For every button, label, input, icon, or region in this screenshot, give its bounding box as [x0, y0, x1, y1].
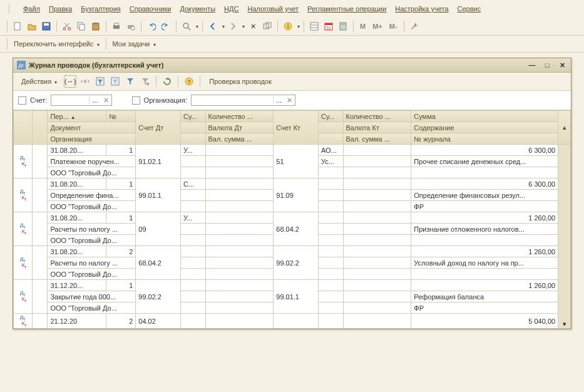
copy-icon[interactable]	[75, 20, 88, 33]
table-row[interactable]: Дт Кт 21.12.202 04.02 5 040,00	[14, 314, 571, 329]
account-input[interactable]	[51, 96, 89, 104]
org-label: Организация:	[144, 96, 187, 104]
org-clear[interactable]: ✕	[284, 96, 295, 105]
col-content[interactable]: Содержание	[411, 122, 558, 133]
col-qty-dt[interactable]: Количество ...	[205, 111, 274, 122]
menu-references[interactable]: Справочники	[126, 4, 175, 14]
account-picker[interactable]: ...	[89, 96, 100, 104]
table-row[interactable]: Дт Кт 31.08.20...2 68.04.2 99.02.2 1 260…	[14, 246, 571, 257]
col-sub-kt[interactable]: Су...	[318, 111, 343, 122]
entry-icon: Дт Кт	[14, 280, 33, 314]
cut-icon[interactable]	[61, 20, 73, 33]
menu-separator	[9, 4, 17, 14]
switch-interface[interactable]: Переключить интерфейс ▾	[11, 40, 102, 48]
table-row[interactable]: Дт Кт 31.08.20...1 99.01.1С... 91.09 6 3…	[14, 178, 571, 190]
col-sum[interactable]: Сумма	[411, 111, 558, 122]
maximize-button[interactable]: □	[542, 61, 552, 70]
menu-service[interactable]: Сервис	[454, 4, 485, 14]
menu-settings[interactable]: Настройка учета	[391, 4, 452, 14]
account-clear[interactable]: ✕	[101, 96, 111, 105]
menu-regops[interactable]: Регламентные операции	[304, 4, 390, 14]
svg-rect-6	[79, 24, 85, 30]
search-icon[interactable]	[180, 20, 193, 33]
memory-m[interactable]: M	[357, 23, 368, 30]
account-checkbox[interactable]	[18, 96, 26, 105]
col-sub-dt[interactable]: Су...	[180, 111, 205, 122]
org-input[interactable]	[192, 96, 273, 104]
wrench-icon[interactable]	[408, 20, 421, 33]
redo-icon[interactable]	[160, 20, 172, 33]
menu-tax[interactable]: Налоговый учет	[243, 4, 302, 14]
grid-icon[interactable]	[308, 20, 320, 33]
org-picker[interactable]: ...	[273, 96, 284, 104]
save-icon[interactable]	[40, 20, 53, 33]
svg-rect-23	[325, 23, 332, 25]
entry-icon: Дт Кт	[14, 246, 33, 280]
col-vsum-dt[interactable]: Вал. сумма ...	[205, 133, 274, 145]
filter1-icon[interactable]	[94, 75, 106, 88]
col-journal[interactable]: № журнала	[411, 133, 558, 145]
col-vsum-kt[interactable]: Вал. сумма ...	[343, 133, 411, 145]
col-acct-dt[interactable]: Счет Дт	[136, 111, 181, 145]
org-checkbox[interactable]	[132, 96, 140, 105]
entry-icon: Дт Кт	[14, 178, 33, 212]
check-entries[interactable]: Проверка проводок	[205, 76, 275, 87]
nav-fwd-icon[interactable]	[227, 20, 239, 33]
col-period[interactable]: Пер... ▲	[48, 111, 106, 122]
grid-area[interactable]: Пер... ▲ № Счет Дт Су... Количество ... …	[13, 110, 571, 329]
journal-window: Дт Журнал проводок (бухгалтерский учет) …	[13, 58, 571, 329]
refresh-icon[interactable]	[161, 75, 173, 88]
menu-vat[interactable]: НДС	[220, 4, 242, 14]
memory-mplus[interactable]: M+	[370, 23, 385, 30]
close-button[interactable]: ✕	[557, 61, 567, 70]
col-number[interactable]: №	[106, 111, 136, 122]
filter2-icon[interactable]	[109, 75, 121, 88]
windows-icon[interactable]	[261, 20, 274, 33]
close-window-icon[interactable]: ✕	[247, 20, 259, 33]
minimize-button[interactable]: —	[527, 61, 537, 70]
open-icon[interactable]	[26, 20, 38, 33]
table-row[interactable]: Дт Кт 31.12.20...1 99.02.2 99.01.1 1 260…	[14, 280, 571, 291]
svg-line-14	[188, 28, 190, 30]
info-icon[interactable]: i	[282, 20, 294, 33]
nav-back-icon[interactable]	[207, 20, 219, 33]
memory-mminus[interactable]: M-	[387, 23, 400, 30]
menu-documents[interactable]: Документы	[176, 4, 219, 14]
resize-icon[interactable]	[79, 75, 91, 88]
svg-rect-26	[341, 23, 346, 25]
new-icon[interactable]	[11, 20, 24, 33]
svg-point-12	[131, 26, 135, 30]
help-icon[interactable]: ?	[183, 75, 195, 88]
calendar-icon[interactable]: 31	[322, 20, 335, 33]
print-icon[interactable]	[110, 20, 123, 33]
menu-file[interactable]: Файл	[19, 4, 44, 14]
calculator-icon[interactable]	[337, 20, 349, 33]
paste-icon[interactable]	[90, 20, 102, 33]
col-val-kt[interactable]: Валюта Кт	[343, 122, 411, 133]
svg-text:31: 31	[326, 26, 331, 30]
col-val-dt[interactable]: Валюта Дт	[205, 122, 274, 133]
svg-rect-10	[115, 23, 118, 26]
table-row[interactable]: Дт Кт 31.08.20...1 09У... 68.04.2 1 260,…	[14, 212, 571, 224]
undo-icon[interactable]	[145, 20, 158, 33]
select-icon[interactable]: (↔)	[64, 75, 76, 88]
table-row[interactable]: Дт Кт 31.08.20...1 91.02.1У... 51АО... 6…	[14, 145, 571, 156]
col-qty-kt[interactable]: Количество ...	[343, 111, 411, 122]
print-preview-icon[interactable]	[125, 20, 137, 33]
menu-accounting[interactable]: Бухгалтерия	[77, 4, 125, 14]
scroll-up[interactable]: ▴	[558, 111, 571, 145]
funnel-icon[interactable]	[124, 75, 136, 88]
main-menu: Файл Правка Бухгалтерия Справочники Доку…	[0, 0, 584, 18]
menu-edit[interactable]: Правка	[45, 4, 76, 14]
svg-rect-8	[94, 23, 98, 24]
filterbar: Счет: ... ✕ Организация: ... ✕	[13, 91, 571, 110]
entry-icon: Дт Кт	[14, 145, 33, 178]
actions-menu[interactable]: Действия ▾	[17, 76, 61, 87]
my-tasks[interactable]: Мои задачи ▾	[110, 40, 158, 48]
funnel-clear-icon[interactable]	[139, 75, 151, 88]
col-document[interactable]: Документ	[48, 122, 136, 133]
col-org[interactable]: Организация	[48, 133, 136, 145]
search-dropdown-icon[interactable]: ▾	[196, 24, 198, 29]
col-acct-kt[interactable]: Счет Кт	[274, 111, 319, 145]
window-title: Журнал проводок (бухгалтерский учет)	[29, 61, 527, 69]
